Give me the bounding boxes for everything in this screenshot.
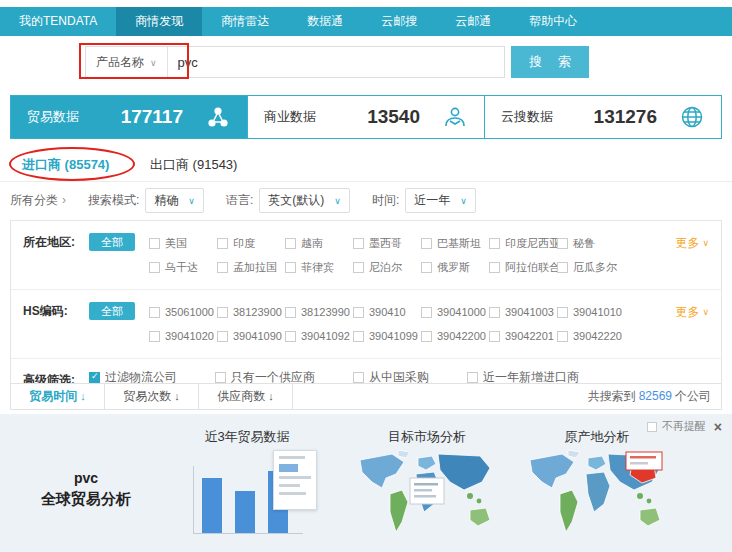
hs-option[interactable]: 39042200 xyxy=(421,324,489,348)
region-option[interactable]: 厄瓜多尔 xyxy=(557,255,625,279)
sort-by-trade-time[interactable]: 贸易时间 xyxy=(11,384,105,409)
hs-option[interactable]: 39041010 xyxy=(557,300,625,324)
nav-item-my-tendata[interactable]: 我的TENDATA xyxy=(0,7,116,36)
molecule-icon xyxy=(205,104,231,130)
hs-option[interactable]: 39041099 xyxy=(353,324,421,348)
nav-item-cloud-mail[interactable]: 云邮通 xyxy=(436,7,510,36)
region-label: 所在地区: xyxy=(23,231,89,253)
chevron-down-icon xyxy=(702,231,709,254)
hs-option[interactable]: 39041020 xyxy=(149,324,217,348)
region-option[interactable]: 印度 xyxy=(217,231,285,255)
region-option[interactable]: 越南 xyxy=(285,231,353,255)
chevron-down-icon xyxy=(460,193,467,207)
region-option[interactable]: 印度尼西亚 xyxy=(489,231,557,255)
analysis-product-heading: pvc 全球贸易分析 xyxy=(16,470,156,509)
sort-by-trade-count[interactable]: 贸易次数 xyxy=(105,384,199,409)
search-button[interactable]: 搜 索 xyxy=(511,46,589,78)
checkbox-icon xyxy=(149,238,160,249)
chevron-right-icon xyxy=(62,193,66,207)
origin-map-thumbnail[interactable] xyxy=(522,448,672,544)
checkbox-icon xyxy=(421,331,432,342)
nav-item-business-radar[interactable]: 商情雷达 xyxy=(202,7,288,36)
checkbox-icon xyxy=(217,262,228,273)
stat-trade-data[interactable]: 贸易数据 177117 xyxy=(11,96,248,138)
close-icon[interactable]: × xyxy=(714,420,722,434)
checkbox-icon xyxy=(353,262,364,273)
hs-option[interactable]: 39041092 xyxy=(285,324,353,348)
top-nav: 我的TENDATA 商情发现 商情雷达 数据通 云邮搜 云邮通 帮助中心 xyxy=(0,7,732,36)
language-select[interactable]: 英文(默认) xyxy=(259,188,350,213)
hs-option[interactable]: 39041003 xyxy=(489,300,557,324)
tab-importers[interactable]: 进口商 (85574) xyxy=(22,150,109,180)
checkbox-icon xyxy=(421,262,432,273)
region-option[interactable]: 美国 xyxy=(149,231,217,255)
region-option[interactable]: 阿拉伯联合酋... xyxy=(489,255,557,279)
result-summary: 共搜索到82569个公司 xyxy=(588,384,721,409)
checkbox-icon xyxy=(285,307,296,318)
all-categories-label: 所有分类 xyxy=(10,192,58,209)
all-categories-link[interactable]: 所有分类 xyxy=(10,192,66,209)
tab-exporters[interactable]: 出口商 (91543) xyxy=(150,150,237,180)
region-option[interactable]: 秘鲁 xyxy=(557,231,625,255)
checkbox-icon xyxy=(421,238,432,249)
merchant-icon xyxy=(442,104,468,130)
hs-option[interactable]: 39042220 xyxy=(557,324,625,348)
nav-item-business-discovery[interactable]: 商情发现 xyxy=(116,7,202,36)
hs-option[interactable]: 39042201 xyxy=(489,324,557,348)
sort-by-supplier-count[interactable]: 供应商数 xyxy=(199,384,293,409)
checkbox-icon xyxy=(353,331,364,342)
chart-title-origin: 原产地分析 xyxy=(522,428,672,446)
region-option[interactable]: 菲律宾 xyxy=(285,255,353,279)
analysis-product-name: pvc xyxy=(16,470,156,486)
hs-option[interactable]: 35061000 xyxy=(149,300,217,324)
search-mode-group: 搜索模式: 精确 xyxy=(88,188,204,213)
analysis-subtitle: 全球贸易分析 xyxy=(16,490,156,509)
checkbox-icon xyxy=(467,372,478,383)
chevron-down-icon xyxy=(702,300,709,323)
nav-item-cloud-mail-search[interactable]: 云邮搜 xyxy=(362,7,436,36)
search-category-label: 产品名称 xyxy=(96,54,144,71)
time-select[interactable]: 近一年 xyxy=(405,188,476,213)
search-category-select[interactable]: 产品名称 xyxy=(86,47,168,77)
chart-tooltip xyxy=(273,450,317,510)
hs-option[interactable]: 39041090 xyxy=(217,324,285,348)
filter-row-region: 所在地区: 全部 美国 印度 越南 墨西哥 巴基斯坦 印度尼西亚 秘鲁 乌干达 … xyxy=(11,221,721,289)
region-option[interactable]: 尼泊尔 xyxy=(353,255,421,279)
result-suffix: 个公司 xyxy=(675,389,711,403)
region-option[interactable]: 乌干达 xyxy=(149,255,217,279)
region-options: 美国 印度 越南 墨西哥 巴基斯坦 印度尼西亚 秘鲁 乌干达 孟加拉国 菲律宾 … xyxy=(149,231,629,279)
checkbox-icon xyxy=(285,238,296,249)
region-option[interactable]: 巴基斯坦 xyxy=(421,231,489,255)
region-option[interactable]: 孟加拉国 xyxy=(217,255,285,279)
region-option[interactable]: 俄罗斯 xyxy=(421,255,489,279)
region-all-button[interactable]: 全部 xyxy=(89,233,135,251)
hs-option[interactable]: 38123900 xyxy=(217,300,285,324)
checkbox-icon xyxy=(217,307,228,318)
search-mode-value: 精确 xyxy=(154,192,178,209)
search-input[interactable] xyxy=(168,47,504,77)
chevron-down-icon xyxy=(150,55,157,69)
target-market-map-thumbnail[interactable] xyxy=(352,448,502,544)
checkbox-icon xyxy=(489,238,500,249)
stat-label: 云搜数据 xyxy=(501,108,553,126)
checkbox-icon xyxy=(489,262,500,273)
hs-option[interactable]: 390410 xyxy=(353,300,421,324)
hs-options: 35061000 38123900 38123990 390410 390410… xyxy=(149,300,629,348)
region-more-link[interactable]: 更多 xyxy=(675,231,709,254)
checkbox-icon xyxy=(557,238,568,249)
stat-cloud-search-data[interactable]: 云搜数据 131276 xyxy=(485,96,721,138)
trade-bar-chart-thumbnail[interactable] xyxy=(185,450,317,546)
hs-option[interactable]: 39041000 xyxy=(421,300,489,324)
nav-item-help-center[interactable]: 帮助中心 xyxy=(510,7,596,36)
region-option[interactable]: 墨西哥 xyxy=(353,231,421,255)
stat-business-data[interactable]: 商业数据 13540 xyxy=(248,96,485,138)
hs-all-button[interactable]: 全部 xyxy=(89,302,135,320)
hs-more-link[interactable]: 更多 xyxy=(675,300,709,323)
search-mode-select[interactable]: 精确 xyxy=(145,188,204,213)
nav-item-data-link[interactable]: 数据通 xyxy=(288,7,362,36)
search-bar: 产品名称 搜 索 xyxy=(85,46,589,78)
hs-option[interactable]: 38123990 xyxy=(285,300,353,324)
checkbox-icon xyxy=(149,331,160,342)
stat-label: 贸易数据 xyxy=(27,108,79,126)
chart-title-3yr-trade: 近3年贸易数据 xyxy=(172,428,322,446)
